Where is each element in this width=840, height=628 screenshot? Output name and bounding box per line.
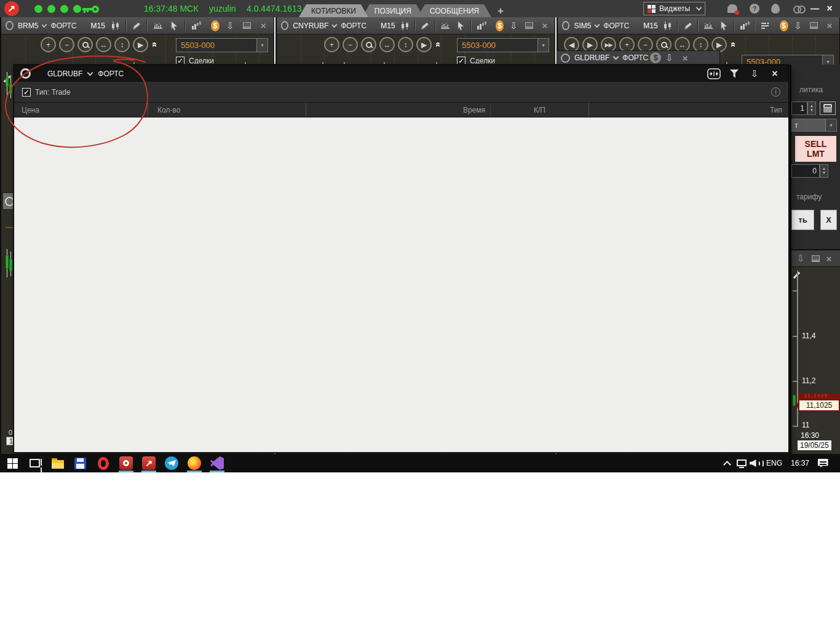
amount-input[interactable]: 0 <box>791 164 820 178</box>
spin-down-icon[interactable]: ▼ <box>822 171 826 175</box>
download-icon[interactable]: ⇩ <box>793 20 804 32</box>
confirm-button[interactable]: ть <box>791 210 814 230</box>
zoom-in-button[interactable]: + <box>41 37 56 52</box>
dropdown-arrow-icon[interactable]: ▾ <box>825 119 836 131</box>
candles-icon[interactable] <box>662 20 674 32</box>
money-icon[interactable]: $ <box>496 20 504 31</box>
collapse-toolbar-icon[interactable]: « <box>729 42 739 47</box>
close-icon[interactable]: × <box>539 20 550 32</box>
timeframe-button[interactable]: M15 <box>91 22 105 30</box>
close-icon[interactable]: × <box>826 253 832 264</box>
minimize-window-icon[interactable] <box>812 255 820 262</box>
collapse-toolbar-icon[interactable]: « <box>150 42 160 47</box>
collapse-toolbar-icon[interactable]: « <box>434 42 444 47</box>
chart-settings-icon[interactable] <box>152 20 164 32</box>
task-view-button[interactable] <box>27 456 42 471</box>
zoom-select-button[interactable] <box>77 37 93 52</box>
volume-bars-icon[interactable] <box>476 20 487 32</box>
amount-stepper[interactable]: ▲ ▼ <box>820 164 828 178</box>
price-axis-chart[interactable]: 11,4 11,2 11,1025 11,1025 11 16:30 19/05… <box>791 267 840 455</box>
vscode-button[interactable] <box>210 456 224 471</box>
levels-icon[interactable] <box>759 20 771 32</box>
sell-lmt-button[interactable]: SELL LMT <box>795 136 836 162</box>
volume-bars-icon[interactable] <box>739 20 751 32</box>
expand-horizontal-button[interactable]: ↔ <box>96 37 111 52</box>
filter-icon[interactable] <box>727 68 742 80</box>
tslab-app-button[interactable]: ↗ <box>141 456 156 471</box>
dropdown-arrow-icon[interactable]: ▾ <box>537 39 549 52</box>
action-center-button[interactable] <box>815 456 830 471</box>
close-app-button[interactable]: × <box>824 3 835 14</box>
trades-checkbox[interactable]: ✓ Сделки <box>176 57 268 65</box>
tray-expand-button[interactable] <box>719 456 734 471</box>
close-icon[interactable]: × <box>257 20 269 32</box>
account-dropdown[interactable]: 5503-000 ▾ <box>457 38 549 52</box>
minimize-window-icon[interactable] <box>808 20 820 32</box>
save-app-button[interactable] <box>73 456 87 471</box>
quantity-input[interactable]: 1 <box>791 101 807 115</box>
firefox-button[interactable] <box>187 456 202 471</box>
add-tab-button[interactable]: + <box>493 4 509 17</box>
tab-kotirovki[interactable]: КОТИРОВКИ <box>299 4 368 17</box>
expand-vertical-button[interactable]: ↕ <box>114 37 130 52</box>
chat-icon[interactable] <box>727 3 738 14</box>
minimize-window-icon[interactable] <box>524 20 535 32</box>
column-header-quantity[interactable]: Кол-во <box>148 103 306 117</box>
download-icon[interactable]: ⇩ <box>797 253 805 264</box>
type-trade-checkbox[interactable]: ✓ Тип: Trade <box>22 88 71 97</box>
tab-pozitsiya[interactable]: ПОЗИЦИЯ <box>362 4 424 17</box>
close-icon[interactable]: × <box>767 68 782 80</box>
expand-horizontal-button[interactable]: ↔ <box>379 37 395 52</box>
info-icon[interactable]: i <box>771 87 780 97</box>
file-explorer-button[interactable] <box>50 456 65 471</box>
draw-pencil-icon[interactable] <box>419 20 430 32</box>
download-icon[interactable]: ⇩ <box>747 68 762 80</box>
link-icon[interactable] <box>793 3 804 14</box>
timeframe-button[interactable]: M15 <box>381 22 395 30</box>
background-window-gldrubf[interactable]: GLDRUBF ФОРТС $ ⇩ × <box>557 50 720 65</box>
cursor-icon[interactable] <box>719 20 731 32</box>
timeframe-button[interactable]: M15 <box>643 22 657 30</box>
trades-table-body[interactable] <box>14 117 788 452</box>
candles-icon[interactable] <box>109 20 122 32</box>
close-icon[interactable]: × <box>683 53 688 63</box>
tab-soobshcheniya[interactable]: СООБЩЕНИЯ <box>418 4 491 17</box>
zoom-out-button[interactable]: − <box>59 37 74 52</box>
start-button[interactable] <box>5 456 20 471</box>
volume-tray-button[interactable] <box>749 456 764 471</box>
trades-window-header[interactable]: GLDRUBF ФОРТС ⇩ × <box>14 65 788 82</box>
account-dropdown[interactable]: 5503-000 ▾ <box>176 38 268 52</box>
draw-pencil-icon[interactable] <box>683 20 694 32</box>
zoom-out-button[interactable]: − <box>343 37 358 52</box>
opera-button[interactable] <box>96 456 111 471</box>
order-type-dropdown[interactable]: т ▾ <box>791 119 837 132</box>
column-header-time[interactable]: Время <box>306 103 491 117</box>
trades-checkbox[interactable]: ✓ Сделки <box>457 57 549 65</box>
cursor-icon[interactable] <box>456 20 467 32</box>
dropdown-arrow-icon[interactable]: ▾ <box>256 39 267 52</box>
chart-settings-icon[interactable] <box>440 20 451 32</box>
compress-columns-icon[interactable] <box>707 68 721 80</box>
minimize-app-button[interactable]: — <box>809 3 820 14</box>
chart-settings-icon[interactable] <box>703 20 715 32</box>
zoom-in-button[interactable]: + <box>324 37 339 52</box>
telegram-button[interactable] <box>164 456 179 471</box>
network-tray-button[interactable] <box>734 456 749 471</box>
cancel-x-button[interactable]: X <box>820 210 837 230</box>
widgets-button[interactable]: Виджеты <box>643 2 705 15</box>
close-icon[interactable]: × <box>824 20 836 32</box>
draw-pencil-icon[interactable] <box>131 20 143 32</box>
download-icon[interactable]: ⇩ <box>665 52 673 63</box>
calculator-button[interactable] <box>820 101 836 115</box>
go-to-end-button[interactable]: ▶ <box>416 37 432 52</box>
download-icon[interactable]: ⇩ <box>224 20 236 32</box>
language-indicator[interactable]: ENG <box>766 459 782 467</box>
ticker-select[interactable]: GLDRUBF <box>47 70 82 78</box>
spin-down-icon[interactable]: ▼ <box>810 108 814 113</box>
zoom-select-button[interactable] <box>361 37 376 52</box>
ticker-select[interactable]: BRM5 <box>18 22 38 30</box>
go-to-end-button[interactable]: ▶ <box>133 37 148 52</box>
download-icon[interactable]: ⇩ <box>508 20 519 32</box>
ticker-select[interactable]: GLDRUBF <box>574 54 609 62</box>
minimize-window-icon[interactable] <box>240 20 253 32</box>
